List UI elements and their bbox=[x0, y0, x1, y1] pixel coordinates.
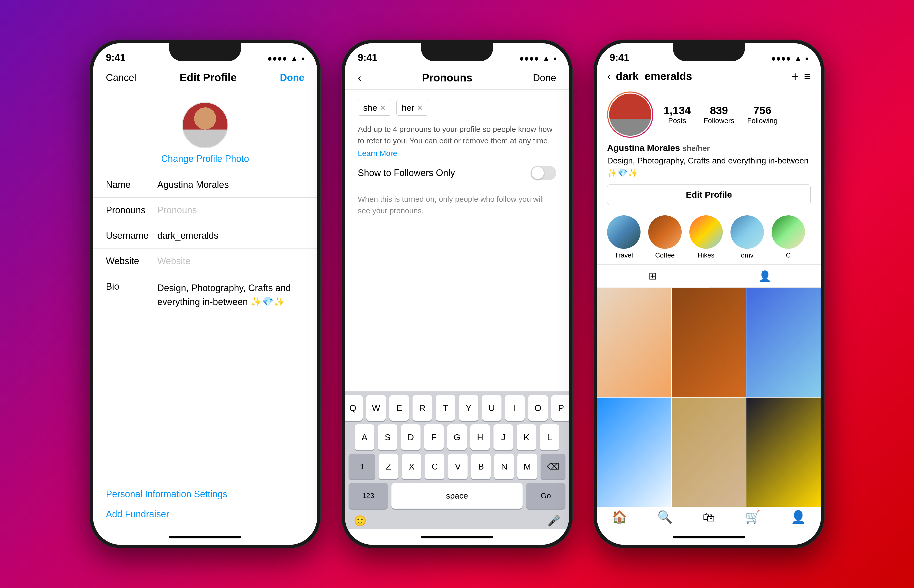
mic-icon[interactable]: 🎤 bbox=[547, 515, 560, 527]
post-3[interactable] bbox=[746, 288, 821, 397]
highlight-travel[interactable]: Travel bbox=[607, 215, 641, 259]
stat-followers[interactable]: 839 Followers bbox=[704, 104, 734, 125]
key-d[interactable]: D bbox=[401, 424, 420, 450]
followers-only-toggle[interactable] bbox=[531, 166, 556, 180]
pronouns-description: Add up to 4 pronouns to your profile so … bbox=[358, 123, 556, 147]
home-indicator-2 bbox=[345, 530, 569, 545]
pronoun-her-text: her bbox=[402, 103, 414, 113]
key-f[interactable]: F bbox=[424, 424, 444, 450]
key-k[interactable]: K bbox=[517, 424, 536, 450]
following-label: Following bbox=[747, 117, 778, 125]
username-value[interactable]: dark_emeralds bbox=[157, 230, 304, 241]
edit-profile-button[interactable]: Edit Profile bbox=[607, 184, 811, 205]
key-e[interactable]: E bbox=[389, 395, 409, 421]
keyboard-row-1: Q W E R T Y U I O P bbox=[349, 395, 565, 421]
remove-she-button[interactable]: ✕ bbox=[380, 103, 386, 112]
pronouns-value[interactable]: Pronouns bbox=[157, 205, 304, 216]
key-u[interactable]: U bbox=[482, 395, 501, 421]
website-value[interactable]: Website bbox=[157, 256, 304, 267]
form-fields: Name Agustina Morales Pronouns Pronouns … bbox=[93, 172, 317, 471]
highlight-c[interactable]: C bbox=[772, 215, 805, 259]
key-w[interactable]: W bbox=[366, 395, 386, 421]
done-button-1[interactable]: Done bbox=[280, 72, 304, 83]
key-m[interactable]: M bbox=[517, 454, 537, 479]
key-space[interactable]: space bbox=[391, 483, 523, 509]
post-1[interactable] bbox=[597, 288, 672, 397]
change-photo-button[interactable]: Change Profile Photo bbox=[161, 153, 249, 164]
menu-icon[interactable]: ≡ bbox=[804, 70, 811, 83]
nav-title: Edit Profile bbox=[180, 71, 237, 84]
highlight-omv[interactable]: omv bbox=[730, 215, 764, 259]
key-p[interactable]: P bbox=[551, 395, 569, 421]
post-2[interactable] bbox=[672, 288, 746, 397]
key-i[interactable]: I bbox=[505, 395, 525, 421]
post-5[interactable] bbox=[672, 397, 746, 507]
post-4[interactable] bbox=[597, 397, 672, 507]
stat-following[interactable]: 756 Following bbox=[747, 104, 778, 125]
tab-bag-icon[interactable]: 🛒 bbox=[745, 510, 761, 524]
highlight-coffee[interactable]: Coffee bbox=[648, 215, 681, 259]
keyboard-row-4: 123 space Go bbox=[349, 483, 565, 509]
form-row-pronouns[interactable]: Pronouns Pronouns bbox=[93, 198, 317, 223]
tab-search-icon[interactable]: 🔍 bbox=[657, 510, 673, 524]
wifi-icon-2: ▲ bbox=[542, 54, 550, 63]
status-time-1: 9:41 bbox=[106, 52, 126, 63]
key-n[interactable]: N bbox=[494, 454, 514, 479]
link-section: Personal Information Settings Add Fundra… bbox=[93, 471, 317, 530]
name-label: Name bbox=[106, 179, 157, 190]
tab-home-icon[interactable]: 🏠 bbox=[612, 510, 627, 524]
key-j[interactable]: J bbox=[494, 424, 513, 450]
key-r[interactable]: R bbox=[413, 395, 432, 421]
done-button-2[interactable]: Done bbox=[533, 73, 556, 84]
posts-count: 1,134 bbox=[664, 104, 691, 117]
tab-tagged[interactable]: 👤 bbox=[709, 265, 821, 288]
form-row-bio: Bio Design, Photography, Crafts and ever… bbox=[93, 274, 317, 317]
signal-icon: ●●●● bbox=[267, 54, 287, 63]
key-z[interactable]: Z bbox=[379, 454, 398, 479]
key-t[interactable]: T bbox=[436, 395, 455, 421]
key-y[interactable]: Y bbox=[459, 395, 478, 421]
key-123[interactable]: 123 bbox=[349, 483, 388, 509]
home-bar-2 bbox=[421, 536, 493, 538]
edit-profile-nav: Cancel Edit Profile Done bbox=[93, 66, 317, 89]
tab-profile-icon[interactable]: 👤 bbox=[791, 510, 806, 524]
remove-her-button[interactable]: ✕ bbox=[417, 103, 423, 112]
form-row-name: Name Agustina Morales bbox=[93, 172, 317, 198]
profile-avatar-large[interactable] bbox=[607, 92, 653, 138]
profile-full-name: Agustina Morales she/her bbox=[607, 143, 811, 153]
key-backspace[interactable]: ⌫ bbox=[541, 454, 565, 479]
battery-icon-2: ▪ bbox=[553, 54, 556, 63]
key-a[interactable]: A bbox=[355, 424, 374, 450]
key-h[interactable]: H bbox=[470, 424, 490, 450]
status-icons-3: ●●●● ▲ ▪ bbox=[771, 54, 808, 63]
key-o[interactable]: O bbox=[528, 395, 548, 421]
key-go[interactable]: Go bbox=[526, 483, 565, 509]
key-g[interactable]: G bbox=[447, 424, 467, 450]
emoji-icon[interactable]: 🙂 bbox=[354, 515, 367, 527]
key-c[interactable]: C bbox=[425, 454, 444, 479]
key-v[interactable]: V bbox=[448, 454, 468, 479]
highlight-hikes[interactable]: Hikes bbox=[690, 215, 723, 259]
key-shift[interactable]: ⇧ bbox=[349, 454, 375, 479]
tab-grid[interactable]: ⊞ bbox=[597, 265, 709, 288]
cancel-button[interactable]: Cancel bbox=[106, 72, 136, 83]
key-b[interactable]: B bbox=[471, 454, 491, 479]
back-button-3[interactable]: ‹ bbox=[607, 70, 611, 82]
followers-label: Followers bbox=[704, 117, 734, 125]
tab-shop-icon[interactable]: 🛍 bbox=[703, 510, 715, 524]
avatar[interactable] bbox=[182, 102, 228, 148]
key-x[interactable]: X bbox=[402, 454, 421, 479]
home-indicator-3 bbox=[597, 530, 821, 545]
key-l[interactable]: L bbox=[540, 424, 559, 450]
learn-more-link[interactable]: Learn More bbox=[358, 149, 397, 158]
back-button-2[interactable]: ‹ bbox=[358, 71, 362, 84]
add-fundraiser-link[interactable]: Add Fundraiser bbox=[106, 504, 304, 524]
key-q[interactable]: Q bbox=[345, 395, 363, 421]
bio-value[interactable]: Design, Photography, Crafts and everythi… bbox=[157, 281, 304, 309]
post-6[interactable] bbox=[746, 397, 821, 507]
key-s[interactable]: S bbox=[378, 424, 397, 450]
notch bbox=[169, 43, 241, 61]
name-value[interactable]: Agustina Morales bbox=[157, 179, 304, 190]
personal-info-settings-link[interactable]: Personal Information Settings bbox=[106, 484, 304, 504]
add-icon[interactable]: + bbox=[791, 69, 799, 84]
